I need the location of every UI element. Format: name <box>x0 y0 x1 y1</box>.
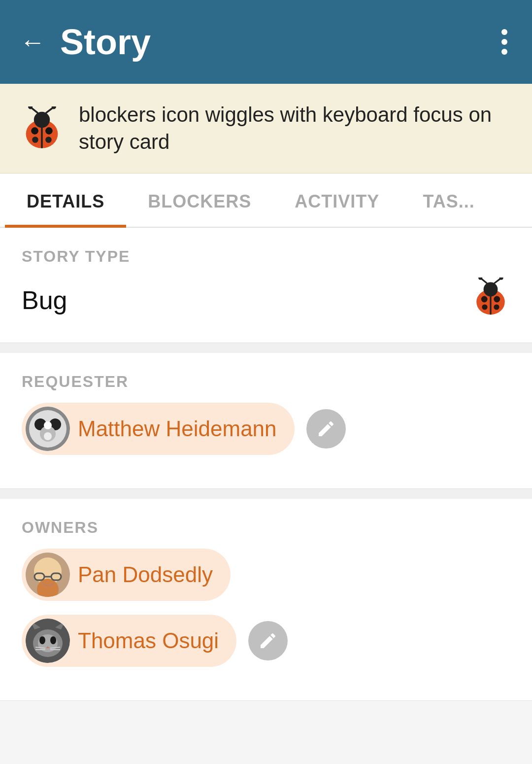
owners-label: OWNERS <box>22 519 510 537</box>
tab-blockers[interactable]: BLOCKERS <box>126 174 273 227</box>
owner-row-1: Thomas Osugi <box>22 615 510 667</box>
back-button[interactable]: ← <box>20 29 45 55</box>
divider-1 <box>0 343 532 353</box>
requester-row: Matthew Heidemann <box>22 403 510 455</box>
more-dot-3 <box>501 49 507 55</box>
story-type-label: STORY TYPE <box>22 247 510 266</box>
svg-point-43 <box>50 636 56 644</box>
requester-edit-button[interactable] <box>306 409 346 449</box>
owner-chip-0[interactable]: Pan Dodsedly <box>22 549 231 601</box>
more-dot-1 <box>501 29 507 35</box>
owner-avatar-1 <box>26 619 70 663</box>
banner-text: blockers icon wiggles with keyboard focu… <box>79 102 512 155</box>
owner-avatar-0 <box>26 553 70 597</box>
content-area: STORY TYPE Bug <box>0 228 532 701</box>
bug-icon <box>471 278 510 323</box>
divider-2 <box>0 489 532 499</box>
svg-point-6 <box>45 137 52 143</box>
requester-label: REQUESTER <box>22 373 510 391</box>
svg-point-18 <box>482 305 487 310</box>
tab-tasks[interactable]: TAS... <box>401 174 496 227</box>
svg-point-19 <box>494 305 499 310</box>
owner-chip-1[interactable]: Thomas Osugi <box>22 615 236 667</box>
svg-point-11 <box>31 127 38 134</box>
ladybug-icon <box>20 106 64 151</box>
owner-row-0: Pan Dodsedly <box>22 549 510 601</box>
svg-point-29 <box>44 421 52 429</box>
page-title: Story <box>60 22 497 62</box>
svg-point-17 <box>494 296 500 303</box>
banner: blockers icon wiggles with keyboard focu… <box>0 84 532 174</box>
owner-name-1: Thomas Osugi <box>78 628 219 653</box>
owner-edit-button-1[interactable] <box>248 621 288 660</box>
owners-section: OWNERS <box>0 499 532 701</box>
svg-point-16 <box>481 296 488 303</box>
requester-section: REQUESTER Matthew Heidema <box>0 353 532 489</box>
more-dot-2 <box>501 39 507 45</box>
story-type-section: STORY TYPE Bug <box>0 228 532 343</box>
tab-bar: DETAILS BLOCKERS ACTIVITY TAS... <box>0 174 532 228</box>
tab-activity[interactable]: ACTIVITY <box>273 174 401 227</box>
tab-details[interactable]: DETAILS <box>5 174 126 227</box>
owner-name-0: Pan Dodsedly <box>78 562 213 587</box>
story-type-text: Bug <box>22 285 67 315</box>
more-menu-button[interactable] <box>497 24 512 60</box>
story-type-value: Bug <box>22 278 510 323</box>
requester-avatar <box>26 407 70 451</box>
svg-point-42 <box>39 636 45 644</box>
svg-point-5 <box>32 137 38 143</box>
requester-chip[interactable]: Matthew Heidemann <box>22 403 295 455</box>
svg-point-12 <box>45 127 52 134</box>
svg-point-30 <box>44 432 52 440</box>
requester-name: Matthew Heidemann <box>78 417 277 441</box>
app-header: ← Story <box>0 0 532 84</box>
